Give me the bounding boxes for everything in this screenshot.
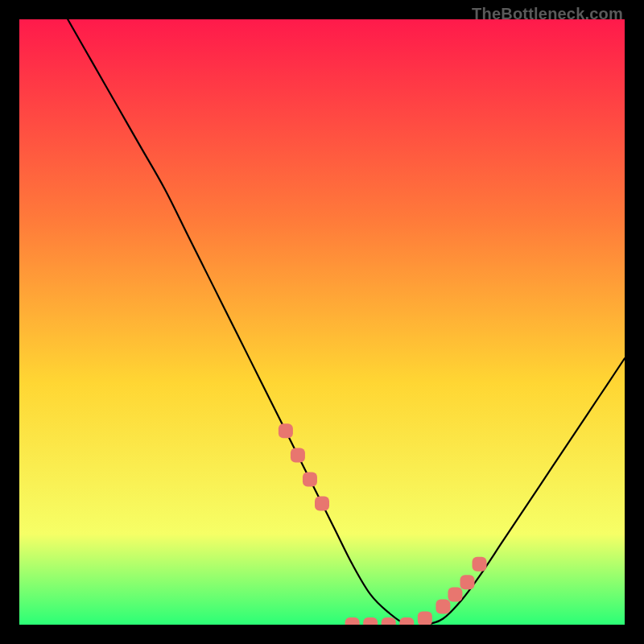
data-marker <box>399 617 414 625</box>
data-marker <box>460 575 474 589</box>
chart-svg <box>19 19 625 625</box>
plot-area <box>19 19 625 625</box>
data-marker <box>418 611 432 625</box>
data-marker <box>363 617 378 625</box>
plot-background <box>19 19 625 625</box>
data-marker <box>315 497 329 511</box>
chart-frame: TheBottleneck.com <box>0 0 644 644</box>
data-marker <box>448 587 462 601</box>
data-marker <box>279 423 293 438</box>
data-marker <box>382 617 396 625</box>
data-marker <box>473 557 487 572</box>
data-marker <box>436 599 450 613</box>
data-marker <box>345 617 360 625</box>
data-marker <box>291 448 305 462</box>
data-marker <box>303 473 317 487</box>
